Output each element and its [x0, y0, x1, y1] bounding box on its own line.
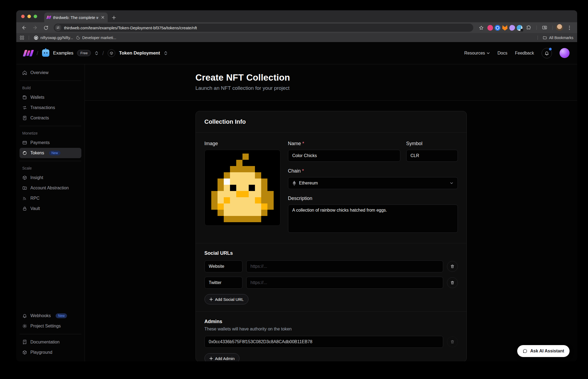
thirdweb-app: / Examples Free / Token Deployment Resou: [16, 42, 577, 361]
bookmark-item[interactable]: Developer marketi...: [76, 36, 116, 40]
collection-image-upload[interactable]: [204, 150, 280, 226]
thirdweb-logo[interactable]: [24, 50, 33, 56]
sidebar-section-monetize: Monetize: [20, 129, 81, 138]
new-badge: New: [49, 151, 60, 155]
bookmark-label: niftyswap.gg/Nifty...: [40, 36, 73, 40]
notifications-button[interactable]: [542, 48, 552, 58]
tab-strip: thirdweb: The complete web3: [16, 10, 577, 22]
user-avatar[interactable]: [560, 48, 570, 58]
webhook-bell-icon: [22, 313, 27, 318]
insight-cube-icon: [22, 175, 27, 180]
breadcrumb-separator: /: [102, 50, 104, 56]
back-icon[interactable]: [20, 24, 29, 32]
chain-select[interactable]: Ethereum: [288, 177, 458, 189]
sidebar-item-webhooks[interactable]: Webhooks New: [20, 311, 81, 321]
sidebar-item-account-abstraction[interactable]: Account Abstraction: [20, 183, 81, 193]
sidebar-item-documentation[interactable]: Documentation: [20, 337, 81, 347]
tab-close-icon[interactable]: [101, 15, 105, 20]
team-name[interactable]: Examples: [53, 50, 74, 56]
browser-profile-avatar[interactable]: [556, 24, 563, 31]
admin-row: [204, 336, 458, 348]
page-subtitle: Launch an NFT collection for your projec…: [196, 85, 467, 91]
extension-icon-4[interactable]: [509, 25, 515, 31]
sidebar-divider: [20, 81, 81, 81]
browser-menu-icon[interactable]: [565, 24, 574, 32]
docs-link[interactable]: Docs: [497, 51, 507, 56]
bookmark-item[interactable]: niftyswap.gg/Nifty...: [34, 36, 73, 40]
close-window-button[interactable]: [21, 15, 25, 18]
transactions-icon: [22, 105, 27, 110]
delete-social-url-button[interactable]: [447, 277, 458, 288]
browser-tab[interactable]: thirdweb: The complete web3: [44, 12, 108, 22]
social-platform-input[interactable]: [204, 277, 242, 289]
description-label: Description: [288, 196, 312, 201]
chain-label: Chain: [288, 168, 301, 174]
resources-menu[interactable]: Resources: [464, 51, 490, 56]
required-marker: *: [302, 168, 304, 174]
add-social-url-button[interactable]: Add Social URL: [204, 294, 249, 304]
contract-icon: [22, 116, 27, 120]
extension-icon-5[interactable]: [517, 25, 522, 31]
ask-ai-assistant-button[interactable]: Ask AI Assistant: [517, 345, 570, 357]
new-tab-button[interactable]: [111, 15, 116, 20]
bookmarks-divider: [29, 36, 29, 40]
sidebar-item-wallets[interactable]: Wallets: [20, 92, 81, 103]
apps-grid-icon[interactable]: [20, 36, 24, 40]
folder-icon: [543, 36, 547, 40]
project-name[interactable]: Token Deployment: [119, 50, 160, 56]
chain-value: Ethereum: [299, 181, 318, 186]
social-platform-input[interactable]: [204, 260, 242, 272]
delete-admin-button[interactable]: [447, 336, 458, 347]
social-url-input[interactable]: [246, 260, 443, 272]
symbol-input[interactable]: [406, 150, 458, 162]
team-avatar[interactable]: [42, 49, 49, 57]
sidebar-item-project-settings[interactable]: Project Settings: [20, 321, 81, 331]
sidebar-section-scale: Scale: [20, 164, 81, 173]
name-label: Name: [288, 141, 301, 146]
site-settings-icon[interactable]: [55, 24, 61, 31]
extension-icon-1[interactable]: [487, 25, 493, 31]
token-icon: [22, 151, 27, 155]
project-switcher-icon[interactable]: [164, 51, 168, 56]
tab-search-icon[interactable]: [540, 24, 549, 32]
sidebar-item-overview[interactable]: Overview: [20, 68, 81, 78]
desktop-background: thirdweb: The complete web3: [0, 0, 588, 379]
extensions-puzzle-icon[interactable]: [524, 24, 533, 32]
sidebar-item-transactions[interactable]: Transactions: [20, 103, 81, 113]
name-field: Name *: [288, 141, 400, 162]
book-icon: [22, 340, 27, 345]
metamask-extension-icon[interactable]: [502, 25, 508, 31]
social-url-input[interactable]: [246, 277, 443, 289]
description-field: Description A collection of rainbow chic…: [288, 196, 458, 234]
all-bookmarks-button[interactable]: All Bookmarks: [543, 36, 573, 40]
github-icon: [34, 36, 38, 40]
sidebar-item-playground[interactable]: Playground: [20, 347, 81, 358]
sidebar-item-payments[interactable]: Payments: [20, 138, 81, 148]
address-bar[interactable]: thirdweb.com/team/examples/Token-Deploym…: [54, 24, 473, 32]
description-textarea[interactable]: A collection of rainbow chicks hatched f…: [288, 205, 458, 233]
page-title: Create NFT Collection: [196, 72, 467, 83]
window-controls: [21, 15, 37, 18]
delete-social-url-button[interactable]: [447, 261, 458, 272]
extension-icon-2[interactable]: [495, 25, 500, 31]
sidebar-item-vault[interactable]: Vault: [20, 203, 81, 214]
forward-icon[interactable]: [30, 24, 40, 32]
sidebar-item-contracts[interactable]: Contracts: [20, 113, 81, 123]
app-header: / Examples Free / Token Deployment Resou: [16, 42, 577, 64]
feedback-link[interactable]: Feedback: [515, 51, 534, 56]
trash-icon: [450, 340, 455, 344]
name-input[interactable]: [288, 150, 400, 162]
sidebar-item-rpc[interactable]: RPC: [20, 193, 81, 203]
home-icon: [22, 70, 27, 75]
reload-icon[interactable]: [41, 24, 50, 32]
minimize-window-button[interactable]: [27, 15, 31, 18]
sidebar-item-tokens[interactable]: Tokens New: [20, 148, 81, 158]
bookmark-star-icon[interactable]: [477, 24, 486, 32]
add-admin-button[interactable]: Add Admin: [204, 353, 240, 361]
lock-icon: [22, 206, 27, 211]
admin-address-input[interactable]: [204, 336, 443, 348]
sidebar-item-insight[interactable]: Insight: [20, 173, 81, 183]
new-badge: New: [56, 313, 67, 318]
zoom-window-button[interactable]: [34, 15, 37, 18]
team-switcher-icon[interactable]: [95, 51, 98, 56]
